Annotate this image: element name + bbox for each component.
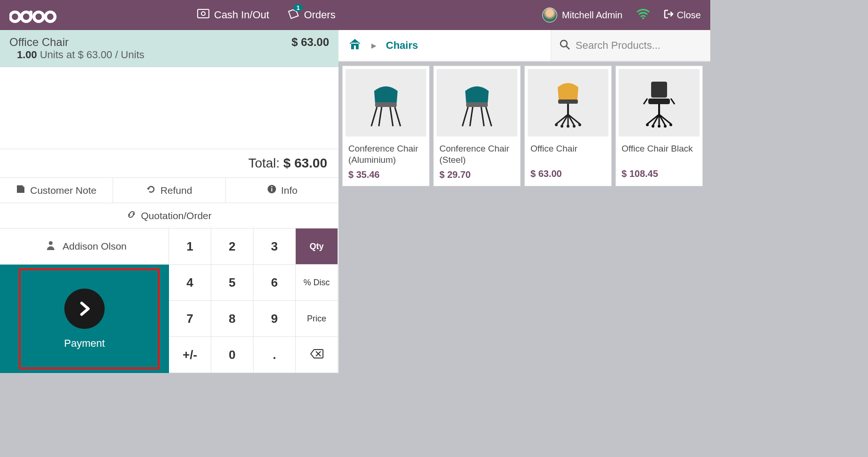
product-card[interactable]: Office Chair Black $ 108.45	[615, 66, 703, 186]
quotation-button[interactable]: Quotation/Order	[0, 203, 338, 228]
undo-icon	[146, 184, 156, 196]
breadcrumb-bar: ▶ Chairs ✖	[338, 30, 710, 62]
numpad-dot[interactable]: .	[253, 337, 296, 373]
product-name: Office Chair Black	[616, 139, 702, 167]
payment-button[interactable]: Payment	[0, 265, 169, 373]
numpad-plusminus[interactable]: +/-	[169, 337, 211, 373]
odoo-logo[interactable]	[9, 6, 61, 24]
note-icon	[16, 184, 25, 196]
product-name: Conference Chair (Aluminium)	[343, 139, 429, 168]
svg-point-45	[669, 123, 672, 126]
svg-point-1	[34, 12, 43, 22]
svg-rect-12	[375, 102, 397, 107]
product-price: $ 29.70	[434, 168, 520, 186]
svg-line-18	[462, 107, 468, 126]
svg-point-8	[271, 186, 272, 188]
backspace-icon	[310, 348, 324, 362]
numpad-3[interactable]: 3	[253, 228, 296, 265]
customer-note-button[interactable]: Customer Note	[0, 178, 113, 203]
ticket-icon: 1	[288, 8, 299, 22]
svg-line-14	[395, 107, 400, 126]
svg-point-31	[561, 125, 563, 128]
svg-point-2	[46, 12, 55, 22]
orders-badge: 1	[293, 4, 302, 11]
svg-point-33	[567, 125, 569, 128]
svg-point-0	[10, 12, 20, 22]
numpad-4[interactable]: 4	[169, 265, 211, 301]
svg-rect-7	[271, 188, 272, 191]
product-price: $ 35.46	[343, 168, 429, 186]
close-button[interactable]: Close	[664, 9, 701, 22]
order-line-price: $ 63.00	[292, 36, 329, 49]
refund-button[interactable]: Refund	[113, 178, 226, 203]
svg-rect-34	[651, 82, 667, 98]
svg-point-9	[49, 241, 53, 245]
svg-line-40	[659, 114, 671, 124]
product-card[interactable]: Office Chair $ 63.00	[524, 66, 612, 186]
numpad-qty[interactable]: Qty	[296, 228, 338, 265]
product-image	[437, 69, 517, 137]
orders-button[interactable]: 1 Orders	[288, 8, 335, 22]
product-image	[619, 69, 699, 137]
svg-line-15	[379, 107, 382, 126]
svg-rect-3	[198, 9, 209, 18]
svg-line-36	[644, 99, 647, 104]
avatar	[542, 8, 557, 23]
home-icon[interactable]	[348, 38, 362, 53]
info-button[interactable]: Info	[226, 178, 338, 203]
numpad-2[interactable]: 2	[211, 228, 253, 265]
product-price: $ 108.45	[616, 167, 702, 185]
chevron-right-icon: ▶	[371, 42, 376, 49]
order-total: Total: $ 63.00	[0, 149, 338, 177]
svg-line-21	[481, 107, 484, 126]
person-icon	[46, 241, 55, 252]
search-input[interactable]	[576, 39, 705, 52]
svg-rect-17	[466, 102, 488, 107]
numpad-6[interactable]: 6	[253, 265, 296, 301]
product-panel: ▶ Chairs ✖ Conference Chair (Aluminium) …	[338, 30, 710, 373]
orders-label: Orders	[304, 9, 335, 21]
numpad-price[interactable]: Price	[296, 301, 338, 337]
svg-line-37	[671, 99, 675, 104]
svg-point-48	[658, 125, 661, 128]
close-label: Close	[677, 10, 701, 21]
numpad-8[interactable]: 8	[211, 301, 253, 337]
customer-button[interactable]: Addison Olson	[0, 228, 169, 265]
svg-point-44	[646, 123, 649, 126]
svg-point-30	[578, 123, 581, 126]
svg-point-4	[201, 12, 205, 15]
numpad-9[interactable]: 9	[253, 301, 296, 337]
cash-in-out-button[interactable]: Cash In/Out	[197, 8, 269, 22]
svg-line-24	[556, 114, 568, 124]
order-line[interactable]: Office Chair 1.00 Units at $ 63.00 / Uni…	[0, 30, 338, 67]
svg-rect-35	[648, 99, 670, 104]
order-item-detail: 1.00 Units at $ 63.00 / Units	[9, 49, 145, 61]
svg-point-10	[561, 40, 567, 47]
numpad-disc[interactable]: % Disc	[296, 265, 338, 301]
numpad-backspace[interactable]	[296, 337, 338, 373]
product-card[interactable]: Conference Chair (Aluminium) $ 35.46	[342, 66, 430, 186]
payment-label: Payment	[64, 337, 105, 350]
numpad-1[interactable]: 1	[169, 228, 211, 265]
numpad-0[interactable]: 0	[211, 337, 253, 373]
product-grid: Conference Chair (Aluminium) $ 35.46 Con…	[338, 62, 710, 190]
breadcrumb-category[interactable]: Chairs	[386, 39, 418, 52]
wifi-icon	[637, 9, 650, 21]
svg-point-46	[652, 125, 654, 128]
svg-line-25	[568, 114, 580, 124]
svg-line-16	[390, 107, 393, 126]
product-card[interactable]: Conference Chair (Steel) $ 29.70	[433, 66, 521, 186]
svg-rect-22	[558, 99, 578, 104]
order-item-name: Office Chair	[9, 36, 145, 49]
numpad-5[interactable]: 5	[211, 265, 253, 301]
payment-circle-icon	[64, 289, 105, 329]
svg-line-11	[566, 46, 569, 49]
search-icon	[560, 39, 570, 52]
product-price: $ 63.00	[525, 167, 611, 185]
info-icon	[267, 184, 277, 196]
user-menu[interactable]: Mitchell Admin	[542, 8, 622, 23]
svg-point-5	[642, 17, 644, 19]
customer-name: Addison Olson	[62, 241, 127, 252]
svg-line-13	[371, 107, 377, 126]
numpad-7[interactable]: 7	[169, 301, 211, 337]
